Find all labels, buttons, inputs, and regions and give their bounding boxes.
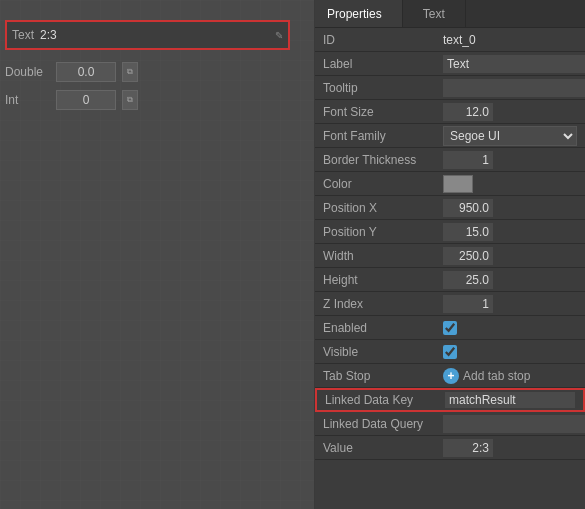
prop-input-positionx[interactable] [443, 199, 493, 217]
prop-input-borderthickness[interactable] [443, 151, 493, 169]
edit-icon: ✎ [275, 30, 283, 41]
prop-row-positionx: Position X [315, 196, 585, 220]
prop-input-tooltip[interactable] [443, 79, 585, 97]
prop-row-linked-data-key: Linked Data Key matchResult [315, 388, 585, 412]
text-element-label: Text [12, 28, 34, 42]
double-spin[interactable]: ⧉ [122, 62, 138, 82]
prop-label-enabled: Enabled [323, 321, 443, 335]
prop-label-zindex: Z Index [323, 297, 443, 311]
prop-value-id: text_0 [443, 33, 577, 47]
prop-label-linked-data-query: Linked Data Query [323, 417, 443, 431]
prop-label-positiony: Position Y [323, 225, 443, 239]
add-tab-stop-label: Add tab stop [463, 369, 530, 383]
prop-row-width: Width [315, 244, 585, 268]
double-label: Double [5, 65, 50, 79]
prop-label-linked-data-key: Linked Data Key [325, 393, 445, 407]
prop-label-borderthickness: Border Thickness [323, 153, 443, 167]
prop-input-fontsize[interactable] [443, 103, 493, 121]
prop-row-tooltip: Tooltip [315, 76, 585, 100]
prop-row-height: Height [315, 268, 585, 292]
tab-bar: Properties Text [315, 0, 585, 28]
prop-row-tabstop: Tab Stop + Add tab stop [315, 364, 585, 388]
int-spin[interactable]: ⧉ [122, 90, 138, 110]
prop-select-fontfamily[interactable]: Segoe UI Arial Times New Roman Courier N… [443, 126, 577, 146]
prop-label-height: Height [323, 273, 443, 287]
int-label: Int [5, 93, 50, 107]
prop-checkbox-enabled[interactable] [443, 321, 457, 335]
prop-row-fontsize: Font Size [315, 100, 585, 124]
prop-label-tabstop: Tab Stop [323, 369, 443, 383]
right-panel: Properties Text ID text_0 Label Tooltip … [315, 0, 585, 509]
prop-input-zindex[interactable] [443, 295, 493, 313]
properties-body: ID text_0 Label Tooltip Font Size Font F… [315, 28, 585, 509]
prop-label-fontsize: Font Size [323, 105, 443, 119]
text-element-box[interactable]: Text 2:3 ✎ [5, 20, 290, 50]
double-input[interactable] [56, 62, 116, 82]
prop-label-id: ID [323, 33, 443, 47]
prop-row-visible: Visible [315, 340, 585, 364]
prop-label-positionx: Position X [323, 201, 443, 215]
prop-input-height[interactable] [443, 271, 493, 289]
prop-label-label: Label [323, 57, 443, 71]
prop-label-visible: Visible [323, 345, 443, 359]
prop-input-positiony[interactable] [443, 223, 493, 241]
add-tab-stop-icon: + [443, 368, 459, 384]
prop-label-tooltip: Tooltip [323, 81, 443, 95]
left-panel: Text 2:3 ✎ Double ⧉ Int ⧉ [0, 0, 315, 509]
double-field-row: Double ⧉ [5, 62, 138, 82]
prop-input-width[interactable] [443, 247, 493, 265]
color-picker[interactable] [443, 175, 473, 193]
prop-row-enabled: Enabled [315, 316, 585, 340]
prop-label-color: Color [323, 177, 443, 191]
int-input[interactable] [56, 90, 116, 110]
prop-label-value: Value [323, 441, 443, 455]
prop-row-positiony: Position Y [315, 220, 585, 244]
int-field-row: Int ⧉ [5, 90, 138, 110]
text-element-value: 2:3 [40, 28, 57, 42]
prop-row-fontfamily: Font Family Segoe UI Arial Times New Rom… [315, 124, 585, 148]
prop-row-value: Value [315, 436, 585, 460]
prop-input-linked-data-query[interactable] [443, 415, 585, 433]
prop-row-zindex: Z Index [315, 292, 585, 316]
prop-value-linked-data-key[interactable]: matchResult [445, 392, 575, 408]
tab-text[interactable]: Text [403, 0, 466, 27]
prop-row-borderthickness: Border Thickness [315, 148, 585, 172]
prop-row-id: ID text_0 [315, 28, 585, 52]
prop-row-label: Label [315, 52, 585, 76]
add-tab-stop-btn[interactable]: + Add tab stop [443, 368, 530, 384]
prop-label-width: Width [323, 249, 443, 263]
prop-input-value[interactable] [443, 439, 493, 457]
prop-input-label[interactable] [443, 55, 585, 73]
canvas-area[interactable]: Text 2:3 ✎ Double ⧉ Int ⧉ [0, 0, 314, 509]
prop-row-color: Color [315, 172, 585, 196]
prop-checkbox-visible[interactable] [443, 345, 457, 359]
prop-row-linked-data-query: Linked Data Query [315, 412, 585, 436]
prop-label-fontfamily: Font Family [323, 129, 443, 143]
tab-properties[interactable]: Properties [315, 0, 403, 27]
